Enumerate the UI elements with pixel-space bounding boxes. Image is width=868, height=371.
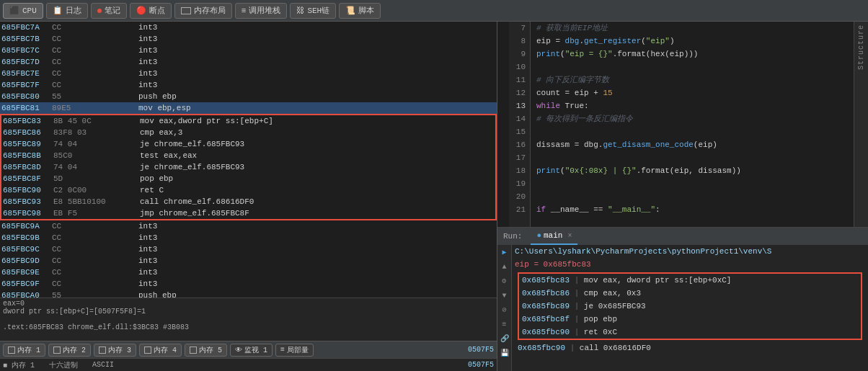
run-tab-label: main [544, 231, 562, 240]
main-area: 685FBC7A CC int3 685FBC7B CC int3 685FBC… [0, 22, 868, 371]
memory-tab-2[interactable]: 内存 2 [48, 344, 91, 357]
dis-row[interactable]: 685FBC83 8B 45 0C mov eax,dword ptr ss:[… [1, 115, 495, 127]
dis-row[interactable]: 685FBC98 EB F5 jmp chrome_elf.685FBC8F [1, 207, 495, 219]
structure-panel: Structure [854, 22, 868, 227]
dis-addr: 685FBC8D [3, 161, 53, 173]
status-line2: dword ptr ss:[ebp+C]=[0507F5F8]=1 [3, 308, 494, 316]
dis-addr: 685FBC7B [1, 33, 52, 45]
red-section: 685FBC83 8B 45 0C mov eax,dword ptr ss:[… [0, 114, 497, 220]
line-num-active: 13 [513, 99, 526, 112]
disassembly-view[interactable]: 685FBC7A CC int3 685FBC7B CC int3 685FBC… [0, 22, 497, 298]
local-tab[interactable]: ≡ 局部量 [275, 344, 314, 357]
dis-addr: 685FBC98 [3, 207, 53, 219]
dis-row[interactable]: 685FBC80 55 push ebp [0, 91, 497, 102]
dis-bytes: CC [52, 232, 138, 243]
dis-row[interactable]: 685FBC9A CC int3 [0, 220, 497, 232]
call-stack-button[interactable]: ≡ 调用堆栈 [235, 3, 288, 19]
run-down-icon[interactable]: ▼ [499, 290, 510, 301]
dis-row[interactable]: 685FBC8B 85C0 test eax,eax [1, 150, 495, 161]
dis-row[interactable]: 685FBC86 83F8 03 cmp eax,3 [1, 127, 495, 138]
dis-row[interactable]: 685FBC93 E8 5BB10100 call chrome_elf.686… [1, 196, 495, 207]
line-numbers: 7 8 9 10 11 12 13 14 15 16 17 18 19 20 2… [509, 22, 531, 227]
script-button[interactable]: 📜 脚本 [339, 3, 381, 19]
dis-addr: 685FBC9E [1, 267, 52, 278]
dis-row[interactable]: 685FBC9E CC int3 [0, 267, 497, 278]
notes-dot [97, 9, 102, 13]
memory-tab-1[interactable]: 内存 1 [3, 344, 45, 357]
dis-instr: int3 [138, 267, 495, 278]
code-line [536, 177, 848, 190]
run-settings-icon[interactable]: ⚙ [499, 275, 510, 287]
dis-row[interactable]: 685FBC9C CC int3 [0, 243, 497, 255]
monitor-icon: 👁 [235, 346, 242, 354]
run-filter-icon[interactable]: ≡ [499, 318, 510, 330]
code-content[interactable]: # 获取当前EIP地址 eip = dbg.get_register("eip"… [531, 22, 854, 227]
dis-row[interactable]: 685FBC90 C2 0C00 ret C [1, 184, 495, 196]
memory-tab-3[interactable]: 内存 3 [94, 344, 136, 357]
monitor-tab[interactable]: 👁 监视 1 [230, 344, 273, 357]
dis-addr: 685FBC9C [1, 243, 52, 255]
memory-tabs: 内存 1 内存 2 内存 3 内存 4 内存 5 👁 监视 1 [0, 341, 497, 358]
dis-bytes: CC [52, 79, 138, 91]
run-up-icon[interactable]: ▲ [499, 261, 510, 272]
bp-indicator [499, 112, 508, 125]
status-bar: eax=0 dword ptr ss:[ebp+C]=[0507F5F8]=1 … [0, 298, 497, 341]
dis-instr: int3 [138, 243, 495, 255]
dis-row[interactable]: 685FBC9F CC int3 [0, 278, 497, 290]
dis-bytes: EB F5 [53, 207, 140, 219]
run-label: Run: [503, 232, 522, 241]
run-tab-close[interactable]: × [567, 232, 572, 240]
dis-row[interactable]: 685FBC7C CC int3 [0, 45, 497, 56]
memory-tab-4[interactable]: 内存 4 [139, 344, 182, 357]
memory-tab-5-label: 内存 5 [199, 345, 222, 355]
dis-row[interactable]: 685FBC8D 74 04 je chrome_elf.685FBC93 [1, 161, 495, 173]
seh-chain-button[interactable]: ⛓ SEH链 [290, 3, 336, 19]
line-num: 9 [513, 48, 526, 61]
notes-label: 笔记 [105, 5, 120, 16]
dis-row[interactable]: 685FBC7F CC int3 [0, 79, 497, 91]
log-button[interactable]: 📋 日志 [46, 3, 88, 19]
run-stop-icon[interactable]: ⊘ [499, 304, 510, 316]
memory-layout-label: 内存布局 [194, 5, 226, 16]
run-asm-line: 0x685fbc86 | cmp eax, 0x3 [519, 287, 861, 300]
breakpoints-icon: 🔴 [136, 6, 146, 15]
line-num: 11 [513, 73, 526, 86]
run-play-icon[interactable]: ▶ [499, 246, 510, 258]
dis-instr: push ebp [138, 91, 495, 102]
dis-row[interactable]: 685FBC7E CC int3 [0, 68, 497, 79]
dis-row[interactable]: 685FBC89 74 04 je chrome_elf.685FBC93 [1, 138, 495, 150]
cpu-button[interactable]: ⬛ CPU [3, 3, 43, 19]
breakpoints-button[interactable]: 🔴 断点 [130, 3, 172, 19]
run-output-eip: eip = 0x685fbc83 [515, 258, 865, 271]
code-line: print("0x{:08x} | {}".format(eip, dissas… [536, 164, 848, 177]
line-num: 12 [513, 86, 526, 99]
dis-addr: 685FBC90 [3, 184, 53, 196]
code-line: # 向下反汇编字节数 [536, 73, 848, 86]
status-line1: eax=0 [3, 300, 494, 308]
dis-row[interactable]: 685FBC7D CC int3 [0, 56, 497, 68]
dis-addr: 685FBC9B [1, 232, 52, 243]
dis-row[interactable]: 685FBC9B CC int3 [0, 232, 497, 243]
dis-row[interactable]: 685FBC7B CC int3 [0, 33, 497, 45]
call-stack-icon: ≡ [242, 6, 247, 15]
dis-row[interactable]: 685FBC8F 5D pop ebp [1, 173, 495, 184]
notes-button[interactable]: 笔记 [91, 3, 127, 19]
run-save-icon[interactable]: 💾 [499, 347, 510, 359]
dis-row[interactable]: 685FBC9D CC int3 [0, 255, 497, 267]
dis-addr: 685FBC80 [1, 91, 52, 102]
dis-row[interactable]: 685FBCA0 55 push ebp [0, 290, 497, 298]
memory-layout-button[interactable]: 内存布局 [174, 3, 232, 19]
dis-bytes: CC [52, 220, 138, 232]
dis-instr: mov ebp,esp [138, 102, 495, 114]
run-tabs: Run: ● main × [497, 228, 868, 245]
dis-addr: 685FBC7D [1, 56, 52, 68]
code-line [536, 61, 848, 73]
code-line: print("eip = {}".format(hex(eip))) [536, 48, 848, 61]
code-line: while True: [536, 99, 848, 112]
memory-tab-2-label: 内存 2 [63, 345, 86, 355]
dis-row-selected[interactable]: 685FBC81 89E5 mov ebp,esp [0, 102, 497, 114]
dis-row[interactable]: 685FBC7A CC int3 [0, 22, 497, 33]
run-tab-main[interactable]: ● main × [531, 228, 577, 245]
memory-tab-5[interactable]: 内存 5 [185, 344, 227, 357]
run-link-icon[interactable]: 🔗 [499, 333, 510, 344]
